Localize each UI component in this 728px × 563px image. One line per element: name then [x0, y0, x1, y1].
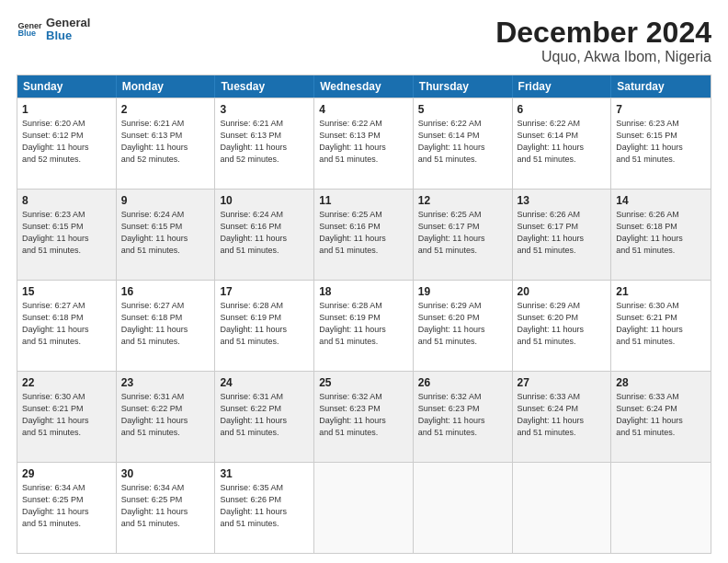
- day-number: 3: [220, 102, 309, 117]
- day-number: 21: [616, 284, 706, 299]
- day-number: 26: [418, 375, 507, 390]
- day-number: 24: [220, 375, 309, 390]
- day-number: 15: [22, 284, 111, 299]
- logo-icon: General Blue: [17, 17, 42, 42]
- cal-header-cell-monday: Monday: [117, 75, 216, 98]
- cal-cell-day-7: 7Sunrise: 6:23 AM Sunset: 6:15 PM Daylig…: [611, 98, 711, 189]
- cal-cell-empty-4-5: [513, 463, 612, 553]
- day-number: 25: [319, 375, 408, 390]
- cal-cell-day-27: 27Sunrise: 6:33 AM Sunset: 6:24 PM Dayli…: [513, 372, 612, 462]
- day-number: 5: [418, 102, 507, 117]
- day-number: 9: [121, 193, 210, 208]
- day-detail: Sunrise: 6:30 AM Sunset: 6:21 PM Dayligh…: [22, 392, 89, 436]
- cal-cell-day-8: 8Sunrise: 6:23 AM Sunset: 6:15 PM Daylig…: [17, 190, 117, 280]
- day-number: 6: [518, 102, 607, 117]
- day-number: 10: [220, 193, 309, 208]
- day-number: 29: [22, 466, 111, 481]
- cal-header-cell-tuesday: Tuesday: [215, 75, 314, 98]
- cal-cell-empty-4-6: [611, 463, 711, 553]
- cal-cell-day-28: 28Sunrise: 6:33 AM Sunset: 6:24 PM Dayli…: [611, 372, 711, 462]
- day-detail: Sunrise: 6:22 AM Sunset: 6:14 PM Dayligh…: [518, 119, 585, 163]
- cal-header-cell-friday: Friday: [513, 75, 612, 98]
- day-number: 27: [518, 375, 607, 390]
- cal-cell-day-21: 21Sunrise: 6:30 AM Sunset: 6:21 PM Dayli…: [611, 281, 711, 371]
- day-number: 12: [418, 193, 507, 208]
- day-detail: Sunrise: 6:26 AM Sunset: 6:17 PM Dayligh…: [518, 210, 585, 254]
- cal-cell-day-25: 25Sunrise: 6:32 AM Sunset: 6:23 PM Dayli…: [314, 372, 414, 462]
- day-detail: Sunrise: 6:31 AM Sunset: 6:22 PM Dayligh…: [121, 392, 188, 436]
- day-detail: Sunrise: 6:32 AM Sunset: 6:23 PM Dayligh…: [418, 392, 485, 436]
- day-detail: Sunrise: 6:25 AM Sunset: 6:17 PM Dayligh…: [418, 210, 485, 254]
- day-detail: Sunrise: 6:21 AM Sunset: 6:13 PM Dayligh…: [220, 119, 287, 163]
- day-detail: Sunrise: 6:24 AM Sunset: 6:15 PM Dayligh…: [121, 210, 188, 254]
- cal-cell-day-30: 30Sunrise: 6:34 AM Sunset: 6:25 PM Dayli…: [117, 463, 216, 553]
- day-number: 18: [319, 284, 408, 299]
- cal-cell-day-9: 9Sunrise: 6:24 AM Sunset: 6:15 PM Daylig…: [117, 190, 216, 280]
- day-number: 11: [319, 193, 408, 208]
- day-number: 2: [121, 102, 210, 117]
- cal-cell-day-16: 16Sunrise: 6:27 AM Sunset: 6:18 PM Dayli…: [117, 281, 216, 371]
- page-subtitle: Uquo, Akwa Ibom, Nigeria: [495, 49, 711, 65]
- day-detail: Sunrise: 6:32 AM Sunset: 6:23 PM Dayligh…: [319, 392, 386, 436]
- cal-cell-empty-4-3: [314, 463, 414, 553]
- day-detail: Sunrise: 6:24 AM Sunset: 6:16 PM Dayligh…: [220, 210, 287, 254]
- day-detail: Sunrise: 6:20 AM Sunset: 6:12 PM Dayligh…: [22, 119, 89, 163]
- cal-cell-day-19: 19Sunrise: 6:29 AM Sunset: 6:20 PM Dayli…: [414, 281, 513, 371]
- day-detail: Sunrise: 6:21 AM Sunset: 6:13 PM Dayligh…: [121, 119, 188, 163]
- logo-text-line2: Blue: [46, 29, 90, 42]
- cal-row-3: 15Sunrise: 6:27 AM Sunset: 6:18 PM Dayli…: [17, 280, 711, 371]
- title-block: December 2024 Uquo, Akwa Ibom, Nigeria: [495, 17, 711, 65]
- day-number: 28: [616, 375, 706, 390]
- day-detail: Sunrise: 6:27 AM Sunset: 6:18 PM Dayligh…: [121, 301, 188, 345]
- cal-cell-day-5: 5Sunrise: 6:22 AM Sunset: 6:14 PM Daylig…: [414, 98, 513, 189]
- day-detail: Sunrise: 6:22 AM Sunset: 6:14 PM Dayligh…: [418, 119, 485, 163]
- cal-cell-day-24: 24Sunrise: 6:31 AM Sunset: 6:22 PM Dayli…: [215, 372, 314, 462]
- day-number: 19: [418, 284, 507, 299]
- cal-cell-day-11: 11Sunrise: 6:25 AM Sunset: 6:16 PM Dayli…: [314, 190, 414, 280]
- day-number: 17: [220, 284, 309, 299]
- cal-cell-day-18: 18Sunrise: 6:28 AM Sunset: 6:19 PM Dayli…: [314, 281, 414, 371]
- calendar-header: SundayMondayTuesdayWednesdayThursdayFrid…: [17, 75, 711, 98]
- cal-cell-day-15: 15Sunrise: 6:27 AM Sunset: 6:18 PM Dayli…: [17, 281, 117, 371]
- day-detail: Sunrise: 6:23 AM Sunset: 6:15 PM Dayligh…: [22, 210, 89, 254]
- svg-text:Blue: Blue: [17, 29, 36, 38]
- cal-header-cell-wednesday: Wednesday: [314, 75, 414, 98]
- day-number: 4: [319, 102, 408, 117]
- cal-cell-day-13: 13Sunrise: 6:26 AM Sunset: 6:17 PM Dayli…: [513, 190, 612, 280]
- cal-cell-day-22: 22Sunrise: 6:30 AM Sunset: 6:21 PM Dayli…: [17, 372, 117, 462]
- day-detail: Sunrise: 6:31 AM Sunset: 6:22 PM Dayligh…: [220, 392, 287, 436]
- day-number: 14: [616, 193, 706, 208]
- cal-cell-day-29: 29Sunrise: 6:34 AM Sunset: 6:25 PM Dayli…: [17, 463, 117, 553]
- cal-cell-day-4: 4Sunrise: 6:22 AM Sunset: 6:13 PM Daylig…: [314, 98, 414, 189]
- cal-cell-day-26: 26Sunrise: 6:32 AM Sunset: 6:23 PM Dayli…: [414, 372, 513, 462]
- day-detail: Sunrise: 6:33 AM Sunset: 6:24 PM Dayligh…: [518, 392, 585, 436]
- cal-cell-day-17: 17Sunrise: 6:28 AM Sunset: 6:19 PM Dayli…: [215, 281, 314, 371]
- day-number: 22: [22, 375, 111, 390]
- day-detail: Sunrise: 6:35 AM Sunset: 6:26 PM Dayligh…: [220, 483, 287, 527]
- day-number: 7: [616, 102, 706, 117]
- cal-cell-day-23: 23Sunrise: 6:31 AM Sunset: 6:22 PM Dayli…: [117, 372, 216, 462]
- day-number: 13: [518, 193, 607, 208]
- day-detail: Sunrise: 6:29 AM Sunset: 6:20 PM Dayligh…: [418, 301, 485, 345]
- cal-cell-day-31: 31Sunrise: 6:35 AM Sunset: 6:26 PM Dayli…: [215, 463, 314, 553]
- day-detail: Sunrise: 6:26 AM Sunset: 6:18 PM Dayligh…: [616, 210, 683, 254]
- day-detail: Sunrise: 6:25 AM Sunset: 6:16 PM Dayligh…: [319, 210, 386, 254]
- cal-cell-day-2: 2Sunrise: 6:21 AM Sunset: 6:13 PM Daylig…: [117, 98, 216, 189]
- day-number: 23: [121, 375, 210, 390]
- cal-cell-day-14: 14Sunrise: 6:26 AM Sunset: 6:18 PM Dayli…: [611, 190, 711, 280]
- cal-cell-empty-4-4: [414, 463, 513, 553]
- cal-cell-day-6: 6Sunrise: 6:22 AM Sunset: 6:14 PM Daylig…: [513, 98, 612, 189]
- page: General Blue General Blue December 2024 …: [0, 0, 728, 563]
- day-detail: Sunrise: 6:27 AM Sunset: 6:18 PM Dayligh…: [22, 301, 89, 345]
- day-detail: Sunrise: 6:30 AM Sunset: 6:21 PM Dayligh…: [616, 301, 683, 345]
- day-detail: Sunrise: 6:33 AM Sunset: 6:24 PM Dayligh…: [616, 392, 683, 436]
- day-detail: Sunrise: 6:23 AM Sunset: 6:15 PM Dayligh…: [616, 119, 683, 163]
- cal-cell-day-1: 1Sunrise: 6:20 AM Sunset: 6:12 PM Daylig…: [17, 98, 117, 189]
- day-detail: Sunrise: 6:34 AM Sunset: 6:25 PM Dayligh…: [22, 483, 89, 527]
- cal-row-5: 29Sunrise: 6:34 AM Sunset: 6:25 PM Dayli…: [17, 462, 711, 553]
- cal-cell-day-12: 12Sunrise: 6:25 AM Sunset: 6:17 PM Dayli…: [414, 190, 513, 280]
- cal-cell-day-10: 10Sunrise: 6:24 AM Sunset: 6:16 PM Dayli…: [215, 190, 314, 280]
- cal-header-cell-sunday: Sunday: [17, 75, 117, 98]
- cal-row-1: 1Sunrise: 6:20 AM Sunset: 6:12 PM Daylig…: [17, 98, 711, 189]
- logo-text-line1: General: [46, 17, 90, 29]
